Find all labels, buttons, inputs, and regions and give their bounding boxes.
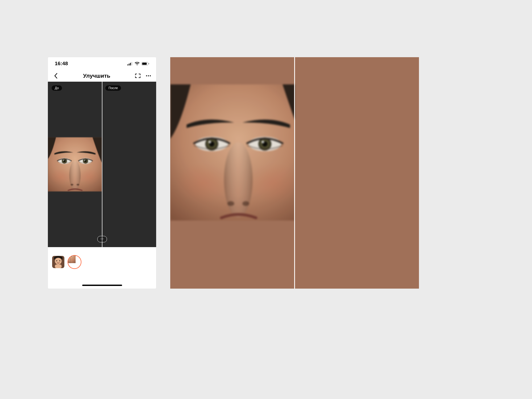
svg-rect-16 bbox=[129, 64, 130, 65]
before-label: До bbox=[52, 85, 62, 91]
zoom-before bbox=[170, 57, 295, 289]
svg-rect-15 bbox=[127, 64, 128, 65]
status-time: 16:48 bbox=[55, 61, 68, 66]
compare-divider[interactable] bbox=[102, 82, 102, 247]
thumbnail-face-crop[interactable] bbox=[68, 256, 81, 268]
compare-handle[interactable]: ‹ › bbox=[97, 236, 107, 242]
cellular-icon bbox=[127, 62, 133, 65]
home-indicator[interactable] bbox=[82, 285, 122, 286]
zoom-compare bbox=[170, 57, 419, 289]
zoom-after bbox=[295, 57, 419, 289]
svg-rect-20 bbox=[142, 63, 147, 65]
zoom-divider bbox=[294, 57, 295, 289]
fullscreen-icon bbox=[135, 74, 140, 78]
chevron-left-icon bbox=[54, 73, 57, 78]
svg-point-23 bbox=[148, 75, 149, 76]
after-label: После bbox=[105, 85, 121, 91]
fullscreen-button[interactable] bbox=[135, 73, 141, 79]
nav-bar: Улучшить bbox=[48, 70, 156, 82]
back-button[interactable] bbox=[53, 73, 59, 79]
compare-viewport[interactable]: До После ‹ › bbox=[48, 82, 156, 247]
svg-rect-17 bbox=[130, 63, 131, 65]
status-bar: 16:48 bbox=[48, 57, 156, 70]
after-image bbox=[102, 114, 156, 215]
phone-mockup: 16:48 bbox=[48, 57, 156, 289]
svg-point-22 bbox=[146, 75, 147, 76]
svg-rect-18 bbox=[131, 62, 132, 65]
before-image bbox=[48, 114, 102, 215]
page-title: Улучшить bbox=[83, 73, 110, 79]
thumbnail-row bbox=[48, 247, 156, 273]
battery-icon bbox=[142, 62, 149, 65]
thumbnail-full[interactable] bbox=[52, 256, 64, 268]
ellipsis-icon bbox=[146, 75, 151, 77]
svg-rect-21 bbox=[148, 63, 149, 64]
wifi-icon bbox=[135, 62, 140, 65]
status-indicators bbox=[127, 62, 149, 65]
more-button[interactable] bbox=[146, 73, 151, 79]
svg-point-24 bbox=[150, 75, 151, 76]
